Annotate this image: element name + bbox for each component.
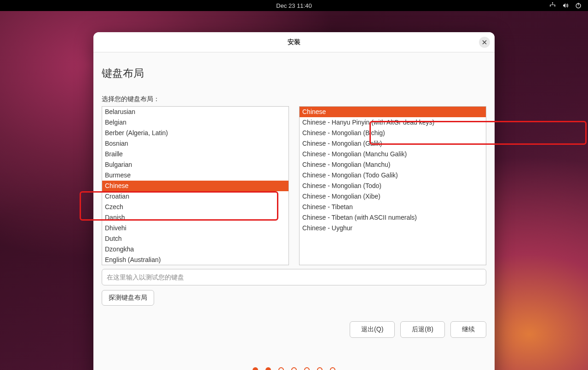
svg-rect-1: [550, 6, 551, 6]
list-item[interactable]: Bulgarian: [102, 159, 288, 170]
list-item[interactable]: Chinese: [300, 107, 486, 117]
continue-button[interactable]: 继续: [450, 321, 486, 338]
svg-rect-5: [550, 5, 551, 6]
close-button[interactable]: [479, 37, 490, 48]
progress-dot: [253, 367, 258, 370]
svg-rect-8: [578, 3, 578, 6]
list-item[interactable]: Chinese - Mongolian (Xibe): [300, 191, 486, 202]
back-button[interactable]: 后退(B): [400, 321, 445, 338]
progress-dot: [291, 367, 297, 370]
detect-layout-button[interactable]: 探测键盘布局: [102, 290, 154, 306]
list-item[interactable]: English (Australian): [102, 255, 288, 265]
progress-dot: [304, 367, 310, 370]
top-menubar: Dec 23 11:40: [0, 0, 588, 11]
svg-rect-0: [552, 2, 553, 3]
svg-rect-2: [554, 6, 555, 6]
window-content: 键盘布局 选择您的键盘布局： BelarusianBelgianBerber (…: [93, 52, 495, 370]
list-item[interactable]: Chinese - Mongolian (Todo): [300, 181, 486, 191]
layout-variant-list[interactable]: ChineseChinese - Hanyu Pinyin (with AltG…: [299, 106, 486, 265]
svg-rect-4: [550, 5, 555, 5]
progress-dot: [317, 367, 323, 370]
list-item[interactable]: Belarusian: [102, 107, 288, 117]
list-item[interactable]: Bosnian: [102, 138, 288, 149]
progress-dot: [265, 367, 271, 370]
list-item[interactable]: Chinese - Hanyu Pinyin (with AltGr dead …: [300, 117, 486, 128]
progress-dots: [102, 367, 486, 370]
svg-rect-6: [555, 5, 555, 6]
list-item[interactable]: Belgian: [102, 117, 288, 128]
network-icon[interactable]: [549, 2, 556, 9]
list-item[interactable]: Chinese - Mongolian (Bichig): [300, 128, 486, 138]
layout-lists-row: BelarusianBelgianBerber (Algeria, Latin)…: [102, 106, 486, 265]
system-tray: [549, 0, 582, 11]
list-item[interactable]: Braille: [102, 149, 288, 159]
window-titlebar: 安装: [93, 32, 495, 52]
list-item[interactable]: Chinese - Mongolian (Todo Galik): [300, 170, 486, 181]
list-item[interactable]: Chinese - Mongolian (Galik): [300, 138, 486, 149]
list-item[interactable]: Danish: [102, 212, 288, 223]
desktop-background: 安装 键盘布局 选择您的键盘布局： BelarusianBelgianBerbe…: [0, 11, 588, 370]
window-title: 安装: [288, 38, 300, 46]
list-item[interactable]: Burmese: [102, 170, 288, 181]
choose-layout-label: 选择您的键盘布局：: [102, 95, 486, 103]
list-item[interactable]: Croatian: [102, 191, 288, 202]
keyboard-test-input[interactable]: [102, 269, 486, 285]
clock: Dec 23 11:40: [276, 2, 311, 9]
progress-dot: [330, 367, 335, 370]
list-item[interactable]: Chinese - Uyghur: [300, 223, 486, 233]
list-item[interactable]: Chinese - Tibetan: [300, 202, 486, 212]
nav-buttons: 退出(Q) 后退(B) 继续: [102, 321, 486, 338]
list-item[interactable]: Dhivehi: [102, 223, 288, 233]
list-item[interactable]: Chinese - Mongolian (Manchu Galik): [300, 149, 486, 159]
layout-language-list[interactable]: BelarusianBelgianBerber (Algeria, Latin)…: [102, 106, 289, 265]
page-heading: 键盘布局: [102, 66, 486, 80]
svg-rect-3: [553, 3, 553, 5]
list-item[interactable]: Chinese - Tibetan (with ASCII numerals): [300, 212, 486, 223]
close-icon: [482, 39, 487, 46]
list-item[interactable]: Dutch: [102, 233, 288, 244]
power-icon[interactable]: [575, 2, 582, 9]
volume-icon[interactable]: [562, 2, 569, 9]
list-item[interactable]: Czech: [102, 202, 288, 212]
list-item[interactable]: Berber (Algeria, Latin): [102, 128, 288, 138]
list-item[interactable]: Dzongkha: [102, 244, 288, 255]
installer-window: 安装 键盘布局 选择您的键盘布局： BelarusianBelgianBerbe…: [93, 32, 495, 370]
quit-button[interactable]: 退出(Q): [350, 321, 395, 338]
list-item[interactable]: Chinese: [102, 181, 288, 191]
list-item[interactable]: Chinese - Mongolian (Manchu): [300, 159, 486, 170]
progress-dot: [278, 367, 284, 370]
